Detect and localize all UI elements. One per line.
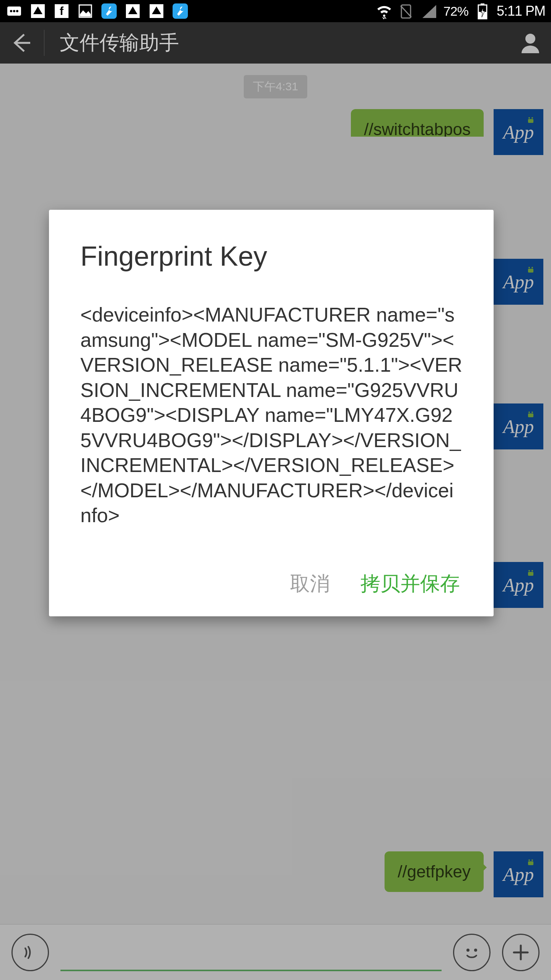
app-notif-icon-3 xyxy=(148,3,165,20)
app-notif-icon-2 xyxy=(124,3,141,20)
cancel-button[interactable]: 取消 xyxy=(290,570,330,597)
app-bar-divider xyxy=(44,30,44,56)
chat-title: 文件传输助手 xyxy=(60,29,519,56)
battery-charging-icon xyxy=(474,3,491,20)
status-bar: f xyxy=(0,0,551,22)
dialog-body: <deviceinfo><MANUFACTURER name="samsung"… xyxy=(80,302,462,528)
status-notifications: f xyxy=(6,3,189,20)
battery-percentage: 72% xyxy=(443,4,468,19)
overflow-notifications-icon xyxy=(6,3,23,20)
wifi-icon xyxy=(376,3,393,20)
wrench-notif-icon-2 xyxy=(172,3,189,20)
back-button[interactable] xyxy=(10,31,33,54)
dialog-title: Fingerprint Key xyxy=(80,240,462,272)
status-right: 72% 5:11 PM xyxy=(376,3,545,20)
fingerprint-key-dialog: Fingerprint Key <deviceinfo><MANUFACTURE… xyxy=(49,210,494,616)
svg-line-14 xyxy=(401,6,411,17)
cell-signal-icon xyxy=(421,3,438,20)
profile-button[interactable] xyxy=(519,32,541,54)
svg-point-12 xyxy=(383,15,385,17)
svg-point-1 xyxy=(10,10,12,12)
svg-point-3 xyxy=(16,10,18,12)
copy-save-button[interactable]: 拷贝并保存 xyxy=(360,570,460,597)
screen: f xyxy=(0,0,551,980)
svg-point-2 xyxy=(13,10,15,12)
gallery-notif-icon xyxy=(77,3,94,20)
app-notif-icon-1 xyxy=(29,3,46,20)
status-clock: 5:11 PM xyxy=(497,3,545,19)
app-bar: 文件传输助手 xyxy=(0,22,551,64)
dialog-actions: 取消 拷贝并保存 xyxy=(80,570,462,597)
svg-point-18 xyxy=(525,34,535,44)
facebook-notif-icon: f xyxy=(53,3,70,20)
svg-text:f: f xyxy=(60,5,64,17)
no-sim-icon xyxy=(398,3,415,20)
wrench-notif-icon-1 xyxy=(101,3,117,20)
svg-rect-16 xyxy=(481,3,484,5)
